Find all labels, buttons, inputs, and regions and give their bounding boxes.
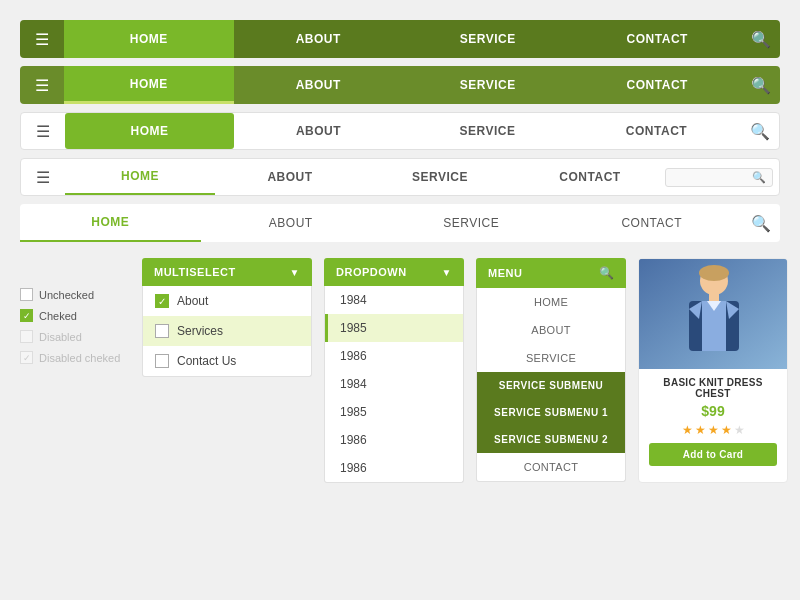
hamburger-icon-2: ☰ <box>35 76 49 95</box>
search-icon-3[interactable]: 🔍 <box>741 113 779 149</box>
menu-list: HOME ABOUT SERVICE SERVICE SUBMENU SERVI… <box>476 288 626 482</box>
menu-item-about[interactable]: ABOUT <box>477 316 625 344</box>
nav-service-1[interactable]: SERVICE <box>403 20 573 58</box>
cb-checked-label: Cheked <box>39 310 77 322</box>
hamburger-1[interactable]: ☰ <box>20 20 64 58</box>
nav-contact-5[interactable]: CONTACT <box>562 204 743 242</box>
menu-item-home[interactable]: HOME <box>477 288 625 316</box>
search-icon-4[interactable]: 🔍 <box>752 171 766 184</box>
cb-disabled-checked-label: Disabled cheked <box>39 352 120 364</box>
multiselect-item-2[interactable]: Contact Us <box>143 346 311 376</box>
dropdown-item-5[interactable]: 1986 <box>325 426 463 454</box>
nav-contact-2[interactable]: CONTACT <box>573 66 743 104</box>
nav-items-1: HOME ABOUT SERVICE CONTACT <box>64 20 742 58</box>
nav-contact-4[interactable]: CONTACT <box>515 159 665 195</box>
menu-search-icon[interactable]: 🔍 <box>599 266 615 280</box>
dropdown-chevron-icon: ▼ <box>442 267 452 278</box>
hamburger-3[interactable]: ☰ <box>21 113 65 149</box>
search-icon-5[interactable]: 🔍 <box>742 204 780 242</box>
dropdown-item-0[interactable]: 1984 <box>325 286 463 314</box>
navbar-4: ☰ HOME ABOUT SERVICE CONTACT 🔍 <box>20 158 780 196</box>
cb-checked-box[interactable]: ✓ <box>20 309 33 322</box>
checkbox-unchecked[interactable]: Unchecked <box>20 288 130 301</box>
search-input-4[interactable] <box>672 171 752 183</box>
svg-point-2 <box>699 265 729 281</box>
menu-item-submenu-2[interactable]: SERVICE SUBMENU 2 <box>477 426 625 453</box>
multiselect-checkbox-2[interactable] <box>155 354 169 368</box>
menu-header[interactable]: MENU 🔍 <box>476 258 626 288</box>
product-info: BASIC KNIT DRESS CHEST $99 ★ ★ ★ ★ ★ Add… <box>639 369 787 474</box>
checkbox-disabled-checked: ✓ Disabled cheked <box>20 351 130 364</box>
product-stars: ★ ★ ★ ★ ★ <box>649 423 777 437</box>
multiselect-item-0[interactable]: ✓ About <box>143 286 311 316</box>
nav-about-2[interactable]: ABOUT <box>234 66 404 104</box>
navbar-5: HOME ABOUT SERVICE CONTACT 🔍 <box>20 204 780 242</box>
nav-items-5: HOME ABOUT SERVICE CONTACT <box>20 204 742 242</box>
product-image <box>639 259 787 369</box>
multiselect-checkbox-0[interactable]: ✓ <box>155 294 169 308</box>
nav-service-5[interactable]: SERVICE <box>381 204 562 242</box>
menu-item-submenu-1[interactable]: SERVICE SUBMENU 1 <box>477 399 625 426</box>
nav-about-4[interactable]: ABOUT <box>215 159 365 195</box>
cb-disabled-label: Disabled <box>39 331 82 343</box>
nav-service-4[interactable]: SERVICE <box>365 159 515 195</box>
dropdown-header[interactable]: DROPDOWN ▼ <box>324 258 464 286</box>
multiselect-checkbox-1[interactable] <box>155 324 169 338</box>
checkbox-disabled: Disabled <box>20 330 130 343</box>
nav-about-5[interactable]: ABOUT <box>201 204 382 242</box>
menu-item-service[interactable]: SERVICE <box>477 344 625 372</box>
nav-items-4: HOME ABOUT SERVICE CONTACT <box>65 159 665 195</box>
nav-home-3[interactable]: HOME <box>65 113 234 149</box>
multiselect-list: ✓ About Services Contact Us <box>142 286 312 377</box>
cb-disabled-checked-box: ✓ <box>20 351 33 364</box>
bottom-section: Unchecked ✓ Cheked Disabled ✓ Disabled c… <box>20 258 780 483</box>
search-icon-1[interactable]: 🔍 <box>742 20 780 58</box>
product-price: $99 <box>649 403 777 419</box>
menu-item-contact[interactable]: CONTACT <box>477 453 625 481</box>
dropdown-item-1[interactable]: 1985 <box>325 314 463 342</box>
nav-home-4[interactable]: HOME <box>65 159 215 195</box>
product-image-svg <box>639 259 787 369</box>
dropdown-list: 1984 1985 1986 1984 1985 1986 1986 <box>324 286 464 483</box>
nav-service-3[interactable]: SERVICE <box>403 113 572 149</box>
add-to-card-button[interactable]: Add to Card <box>649 443 777 466</box>
nav-about-3[interactable]: ABOUT <box>234 113 403 149</box>
dropdown-item-3[interactable]: 1984 <box>325 370 463 398</box>
dropdown-item-4[interactable]: 1985 <box>325 398 463 426</box>
multiselect-item-1[interactable]: Services <box>143 316 311 346</box>
nav-about-1[interactable]: ABOUT <box>234 20 404 58</box>
hamburger-4[interactable]: ☰ <box>21 159 65 195</box>
star-5: ★ <box>734 423 745 437</box>
multiselect-item-label-0: About <box>177 294 208 308</box>
multiselect-header-label: MULTISELECT <box>154 266 236 278</box>
cb-unchecked-box[interactable] <box>20 288 33 301</box>
star-4: ★ <box>721 423 732 437</box>
navbar-3: ☰ HOME ABOUT SERVICE CONTACT 🔍 <box>20 112 780 150</box>
hamburger-icon-3: ☰ <box>36 122 50 141</box>
nav-home-2[interactable]: HOME <box>64 66 234 104</box>
dropdown-item-2[interactable]: 1986 <box>325 342 463 370</box>
nav-home-1[interactable]: HOME <box>64 20 234 58</box>
search-box-4[interactable]: 🔍 <box>665 168 773 187</box>
nav-contact-3[interactable]: CONTACT <box>572 113 741 149</box>
multiselect-widget: MULTISELECT ▼ ✓ About Services Contact U… <box>142 258 312 483</box>
product-card: BASIC KNIT DRESS CHEST $99 ★ ★ ★ ★ ★ Add… <box>638 258 788 483</box>
svg-rect-3 <box>709 293 719 301</box>
checkbox-list: Unchecked ✓ Cheked Disabled ✓ Disabled c… <box>20 288 130 483</box>
nav-service-2[interactable]: SERVICE <box>403 66 573 104</box>
nav-items-2: HOME ABOUT SERVICE CONTACT <box>64 66 742 104</box>
nav-contact-1[interactable]: CONTACT <box>573 20 743 58</box>
nav-home-5[interactable]: HOME <box>20 204 201 242</box>
menu-header-label: MENU <box>488 267 522 279</box>
hamburger-2[interactable]: ☰ <box>20 66 64 104</box>
cb-unchecked-label: Unchecked <box>39 289 94 301</box>
nav-items-3: HOME ABOUT SERVICE CONTACT <box>65 113 741 149</box>
hamburger-icon-1: ☰ <box>35 30 49 49</box>
search-icon-2[interactable]: 🔍 <box>742 66 780 104</box>
product-name: BASIC KNIT DRESS CHEST <box>649 377 777 399</box>
star-3: ★ <box>708 423 719 437</box>
checkbox-checked[interactable]: ✓ Cheked <box>20 309 130 322</box>
multiselect-header[interactable]: MULTISELECT ▼ <box>142 258 312 286</box>
dropdown-item-6[interactable]: 1986 <box>325 454 463 482</box>
menu-item-submenu-0[interactable]: SERVICE SUBMENU <box>477 372 625 399</box>
